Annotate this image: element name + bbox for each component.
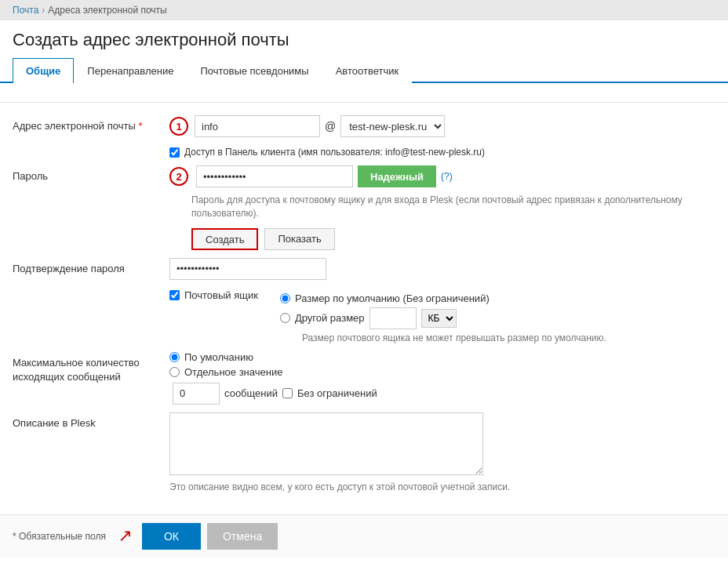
password-label: Пароль	[13, 165, 169, 182]
ok-button[interactable]: ОК	[142, 523, 201, 550]
strength-badge: Надежный	[358, 165, 436, 187]
form-area: Адрес электронной почты * 1 @ test-new-p…	[0, 109, 728, 507]
description-textarea[interactable]	[169, 412, 483, 475]
mailbox-label	[13, 314, 169, 318]
description-row: Описание в Plesk Это описание видно всем…	[13, 412, 715, 492]
description-hint: Это описание видно всем, у кого есть дос…	[169, 481, 510, 492]
footer-bar: * Обязательные поля ↙ ОК Отмена	[0, 514, 728, 558]
create-password-button[interactable]: Создать	[191, 228, 258, 250]
breadcrumb: Почта › Адреса электронной почты	[0, 0, 728, 20]
size-other-label[interactable]: Другой размер	[295, 312, 365, 324]
size-other-row: Другой размер КБ	[280, 307, 606, 329]
tab-general[interactable]: Общие	[13, 58, 74, 83]
outgoing-row: Максимальное количество исходящих сообще…	[13, 351, 715, 405]
password-input[interactable]	[196, 165, 353, 187]
email-row: Адрес электронной почты * 1 @ test-new-p…	[13, 115, 715, 139]
size-input-row: КБ	[369, 307, 457, 329]
outgoing-input[interactable]	[173, 383, 220, 405]
client-panel-label[interactable]: Доступ в Панель клиента (имя пользовател…	[184, 147, 485, 158]
help-icon[interactable]: (?)	[441, 171, 453, 182]
client-panel-checkbox[interactable]	[169, 147, 180, 158]
outgoing-separate-row: Отдельное значение	[169, 366, 377, 378]
cancel-button[interactable]: Отмена	[207, 523, 278, 550]
tab-autoresponder[interactable]: Автоответчик	[322, 58, 412, 83]
password-control: 2 Надежный (?) Пароль для доступа к почт…	[169, 165, 715, 250]
size-other-radio[interactable]	[280, 313, 290, 323]
confirm-password-label: Подтверждение пароля	[13, 258, 169, 274]
step1-circle: 1	[169, 117, 188, 136]
outgoing-default-row: По умолчанию	[169, 351, 377, 363]
size-default-label[interactable]: Размер по умолчанию (Без ограничений)	[295, 292, 490, 304]
breadcrumb-current: Адреса электронной почты	[48, 5, 166, 16]
password-row: Пароль 2 Надежный (?) Пароль для доступа…	[13, 165, 715, 250]
confirm-password-control	[169, 258, 715, 280]
unlimited-checkbox[interactable]	[282, 388, 293, 398]
required-note: * Обязательные поля	[13, 531, 106, 542]
description-control: Это описание видно всем, у кого есть дос…	[169, 412, 715, 492]
info-description	[0, 83, 728, 103]
mailbox-text[interactable]: Почтовый ящик	[184, 289, 258, 301]
outgoing-default-radio[interactable]	[169, 352, 180, 362]
size-input[interactable]	[369, 307, 417, 329]
email-input-row: 1 @ test-new-plesk.ru	[169, 115, 445, 137]
size-default-radio[interactable]	[280, 293, 290, 303]
arrow-icon: ↙	[118, 526, 133, 547]
unlimited-label[interactable]: Без ограничений	[297, 387, 377, 399]
outgoing-value-row: сообщений Без ограничений	[173, 383, 377, 405]
breadcrumb-mail[interactable]: Почта	[13, 5, 38, 16]
mailbox-row: Почтовый ящик Размер по умолчанию (Без о…	[13, 289, 715, 343]
mailbox-size-group: Размер по умолчанию (Без ограничений) Др…	[280, 292, 606, 343]
domain-select[interactable]: test-new-plesk.ru	[340, 115, 445, 137]
email-control: 1 @ test-new-plesk.ru	[169, 115, 715, 137]
outgoing-separate-label[interactable]: Отдельное значение	[184, 366, 282, 378]
description-label: Описание в Plesk	[13, 412, 169, 429]
client-panel-note: (имя пользователя: info@test-new-plesk.r…	[298, 147, 485, 158]
email-label: Адрес электронной почты *	[13, 115, 169, 132]
outgoing-default-label[interactable]: По умолчанию	[184, 351, 253, 363]
password-hint: Пароль для доступа к почтовому ящику и д…	[169, 191, 715, 220]
page-title: Создать адрес электронной почты	[0, 20, 728, 56]
tab-redirect[interactable]: Перенаправление	[74, 58, 187, 83]
mailbox-checkbox[interactable]	[169, 290, 180, 300]
tabs-bar: Общие Перенаправление Почтовые псевдоним…	[0, 56, 728, 83]
messages-label: сообщений	[224, 387, 278, 399]
password-input-row: 2 Надежный (?)	[169, 165, 453, 187]
email-input[interactable]	[195, 115, 320, 137]
outgoing-label: Максимальное количество исходящих сообще…	[13, 351, 169, 384]
outgoing-separate-radio[interactable]	[169, 367, 180, 377]
size-default-row: Размер по умолчанию (Без ограничений)	[280, 292, 606, 304]
outgoing-control: По умолчанию Отдельное значение сообщени…	[169, 351, 715, 405]
show-password-button[interactable]: Показать	[264, 228, 334, 250]
size-unit-select[interactable]: КБ	[421, 309, 457, 328]
outgoing-radio-group: По умолчанию Отдельное значение сообщени…	[169, 351, 377, 405]
mailbox-control: Почтовый ящик Размер по умолчанию (Без о…	[169, 289, 715, 343]
max-size-hint: Размер почтового ящика не может превышат…	[280, 332, 606, 343]
client-panel-row: Доступ в Панель клиента (имя пользовател…	[13, 147, 715, 158]
confirm-password-input[interactable]	[169, 258, 326, 280]
mailbox-checkbox-label: Почтовый ящик	[169, 289, 258, 301]
at-sign: @	[323, 120, 337, 133]
password-btn-row: Создать Показать	[169, 228, 335, 250]
tab-aliases[interactable]: Почтовые псевдонимы	[187, 58, 322, 83]
step2-circle: 2	[169, 167, 188, 186]
confirm-password-row: Подтверждение пароля	[13, 258, 715, 282]
